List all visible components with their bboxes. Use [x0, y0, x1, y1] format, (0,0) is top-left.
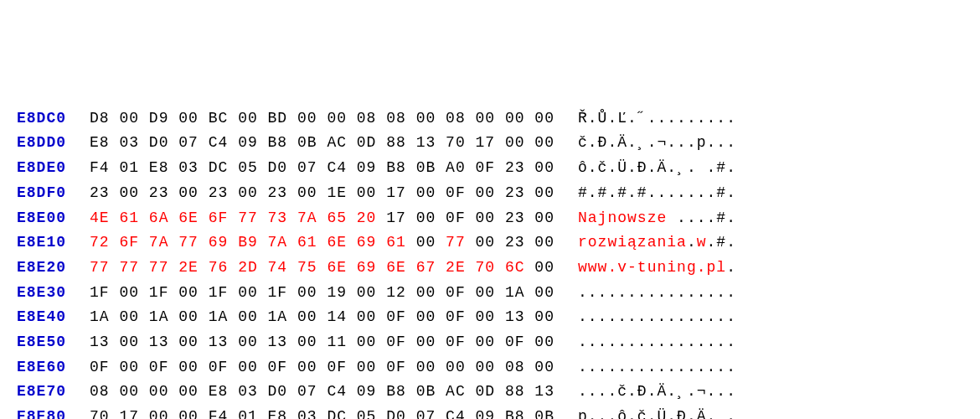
hex-byte: 1F [149, 284, 169, 301]
hex-bytes: 72 6F 7A 77 69 B9 7A 61 6E 69 61 00 77 0… [90, 230, 554, 256]
hex-byte: 2D [238, 259, 258, 276]
ascii-char: . [607, 259, 617, 276]
hex-byte: 1F [209, 284, 229, 301]
hex-byte: 00 [119, 334, 139, 350]
offset-label: E8DD0 [17, 131, 66, 156]
hex-byte: 00 [416, 284, 436, 301]
hex-row: E8DE0F4 01 E8 03 DC 05 D0 07 C4 09 B8 0B… [17, 156, 963, 181]
hex-row: E8DC0D8 00 D9 00 BC 00 BD 00 00 08 08 00… [17, 106, 963, 132]
ascii-char: n [657, 234, 667, 251]
ascii-char: . [707, 334, 717, 350]
ascii-char: . [607, 134, 617, 151]
ascii-char: # [716, 184, 726, 201]
ascii-char: Đ [677, 408, 687, 419]
hex-byte: 00 [238, 308, 258, 325]
hex-byte: 0F [386, 308, 406, 325]
hex-bytes: E8 03 D0 07 C4 09 B8 0B AC 0D 88 13 70 1… [90, 131, 554, 156]
ascii-char: . [707, 383, 717, 400]
hex-byte: 00 [178, 408, 199, 419]
hex-row: E8E5013 00 13 00 13 00 13 00 11 00 0F 00… [17, 330, 963, 355]
ascii-char: . [627, 110, 637, 127]
ascii-char: . [598, 408, 608, 419]
ascii-char: . [667, 184, 677, 201]
ascii-char: . [657, 184, 667, 201]
hex-byte: E8 [90, 134, 110, 151]
hex-row: E8E401A 00 1A 00 1A 00 1A 00 14 00 0F 00… [17, 305, 963, 330]
ascii-char: . [598, 359, 608, 375]
ascii-char: z [647, 210, 658, 226]
hex-byte: 23 [505, 159, 525, 176]
hex-byte: 08 [357, 110, 377, 127]
hex-byte: E8 [268, 408, 288, 419]
hex-byte: 23 [209, 184, 229, 201]
ascii-text: č.Đ.Ä.¸.¬...p... [578, 131, 736, 156]
hex-dump-view: E8DC0D8 00 D9 00 BC 00 BD 00 00 08 08 00… [17, 106, 963, 419]
hex-byte: 67 [416, 259, 436, 276]
ascii-text: #.#.#.#.......#. [578, 181, 736, 206]
hex-byte: 11 [327, 334, 347, 350]
hex-byte: 72 [90, 234, 110, 251]
ascii-char: r [578, 234, 588, 251]
hex-byte: 07 [297, 159, 317, 176]
ascii-text: ................ [578, 281, 736, 306]
hex-byte: 0F [505, 334, 525, 350]
hex-byte: 00 [446, 359, 466, 375]
hex-byte: 23 [505, 184, 525, 201]
hex-byte: 00 [178, 334, 199, 350]
ascii-char: . [716, 308, 726, 325]
hex-row: E8E8070 17 00 00 F4 01 E8 03 DC 05 D0 07… [17, 405, 963, 419]
hex-byte: D0 [386, 408, 406, 419]
hex-byte: 00 [534, 134, 554, 151]
ascii-char: # [598, 184, 608, 201]
hex-byte: C4 [327, 383, 347, 400]
hex-byte: 0D [476, 383, 496, 400]
ascii-char: # [716, 159, 726, 176]
ascii-char: t [637, 259, 647, 276]
hex-byte: 1A [90, 308, 110, 325]
hex-byte: 0F [446, 284, 466, 301]
hex-byte: 03 [178, 159, 199, 176]
hex-bytes: D8 00 D9 00 BC 00 BD 00 00 08 08 00 08 0… [90, 106, 554, 132]
hex-byte: 2E [178, 259, 199, 276]
hex-byte: 00 [297, 184, 317, 201]
hex-byte: 00 [476, 284, 496, 301]
ascii-char: . [588, 334, 598, 350]
hex-byte: 23 [90, 184, 110, 201]
hex-byte: 69 [357, 234, 377, 251]
ascii-char: # [716, 210, 726, 226]
ascii-char: . [578, 383, 588, 400]
ascii-char: . [647, 159, 658, 176]
ascii-char: č [598, 159, 608, 176]
hex-byte: 00 [238, 110, 258, 127]
offset-label: E8E50 [17, 330, 66, 355]
ascii-char: . [607, 334, 617, 350]
ascii-char: . [687, 210, 697, 226]
hex-row: E8E2077 77 77 2E 76 2D 74 75 6E 69 6E 67… [17, 256, 963, 281]
ascii-char: p [707, 259, 717, 276]
hex-byte: BD [268, 110, 288, 127]
ascii-char: v [617, 259, 627, 276]
hex-byte: A0 [446, 159, 466, 176]
ascii-char: . [716, 383, 726, 400]
ascii-char: # [637, 184, 647, 201]
hex-byte: 00 [297, 334, 317, 350]
hex-byte: 00 [534, 259, 554, 276]
hex-bytes: 13 00 13 00 13 00 13 00 11 00 0F 00 0F 0… [90, 330, 554, 355]
hex-byte: 00 [327, 110, 347, 127]
hex-byte: 77 [149, 259, 169, 276]
hex-byte: 00 [238, 284, 258, 301]
ascii-char: . [687, 234, 697, 251]
hex-byte: B8 [386, 383, 406, 400]
hex-byte: 1A [209, 308, 229, 325]
ascii-char: . [677, 308, 687, 325]
ascii-char: . [726, 110, 736, 127]
ascii-char: . [697, 334, 707, 350]
hex-byte: 03 [238, 383, 258, 400]
ascii-char: . [697, 184, 707, 201]
hex-byte: 0F [446, 308, 466, 325]
offset-label: E8E80 [17, 405, 66, 419]
hex-row: E8E301F 00 1F 00 1F 00 1F 00 19 00 12 00… [17, 281, 963, 306]
hex-byte: 6E [327, 259, 347, 276]
hex-byte: 01 [119, 159, 139, 176]
ascii-char: . [657, 110, 667, 127]
